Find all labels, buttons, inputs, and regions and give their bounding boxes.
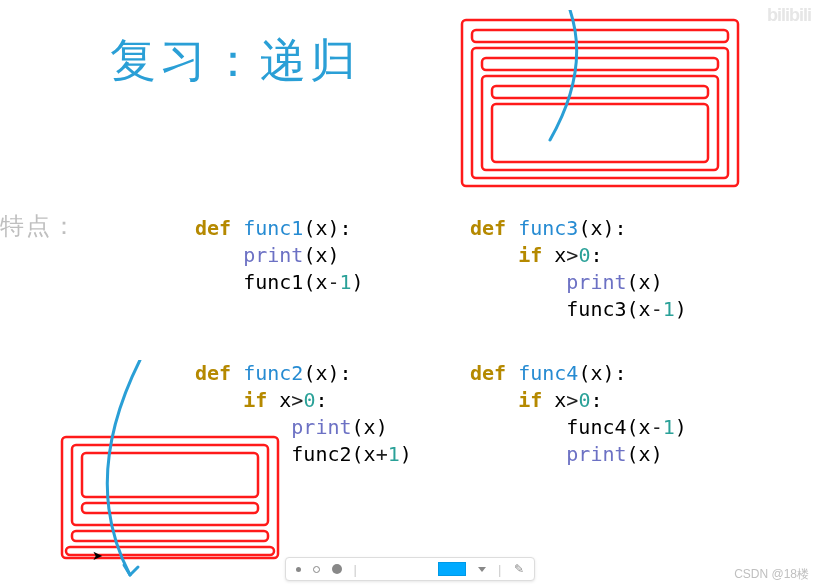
watermark-bilibili: bilibili bbox=[767, 5, 811, 26]
num: 1 bbox=[340, 270, 352, 294]
keyword-def: def bbox=[195, 216, 231, 240]
code-func3: def func3(x): if x>0: print(x) func3(x-1… bbox=[470, 215, 687, 323]
keyword-if: if bbox=[243, 388, 267, 412]
arg-open: (x bbox=[627, 415, 651, 439]
call-recur: func1 bbox=[243, 270, 303, 294]
colon: : bbox=[590, 243, 602, 267]
code-func4: def func4(x): if x>0: func4(x-1) print(x… bbox=[470, 360, 687, 468]
arg: (x) bbox=[303, 243, 339, 267]
params: (x): bbox=[578, 361, 626, 385]
arg: (x) bbox=[352, 415, 388, 439]
op: - bbox=[651, 415, 663, 439]
arg-close: ) bbox=[675, 415, 687, 439]
call-print: print bbox=[243, 243, 303, 267]
keyword-if: if bbox=[518, 243, 542, 267]
cond-right: 0 bbox=[578, 388, 590, 412]
pen-size-small[interactable] bbox=[296, 567, 301, 572]
cond-op: > bbox=[566, 388, 578, 412]
code-func1: def func1(x): print(x) func1(x-1) bbox=[195, 215, 364, 296]
svg-rect-5 bbox=[492, 86, 708, 98]
slide-title: 复习：递归 bbox=[110, 30, 360, 92]
dropdown-icon[interactable] bbox=[478, 567, 486, 572]
call-print: print bbox=[566, 442, 626, 466]
cond-left: x bbox=[267, 388, 291, 412]
svg-rect-11 bbox=[72, 531, 268, 541]
colon: : bbox=[590, 388, 602, 412]
arg-close: ) bbox=[675, 297, 687, 321]
cond-left: x bbox=[542, 388, 566, 412]
separator: | bbox=[498, 562, 501, 577]
cond-op: > bbox=[291, 388, 303, 412]
arg-open: (x bbox=[303, 270, 327, 294]
keyword-def: def bbox=[195, 361, 231, 385]
curve-annotation-top bbox=[540, 10, 620, 150]
code-func2: def func2(x): if x>0: print(x) func2(x+1… bbox=[195, 360, 412, 468]
arg: (x) bbox=[627, 442, 663, 466]
cursor-icon: ➤ bbox=[92, 548, 103, 563]
separator: | bbox=[354, 562, 357, 577]
pencil-icon[interactable]: ✎ bbox=[514, 562, 524, 576]
color-swatch[interactable] bbox=[438, 562, 466, 576]
svg-rect-10 bbox=[82, 503, 258, 513]
arg-close: ) bbox=[352, 270, 364, 294]
watermark-csdn: CSDN @18楼 bbox=[734, 566, 809, 583]
keyword-def: def bbox=[470, 361, 506, 385]
op: - bbox=[651, 297, 663, 321]
features-label: 特点： bbox=[0, 210, 78, 242]
svg-rect-4 bbox=[482, 76, 718, 170]
call-recur: func2 bbox=[291, 442, 351, 466]
cond-right: 0 bbox=[303, 388, 315, 412]
func-name: func4 bbox=[518, 361, 578, 385]
cond-right: 0 bbox=[578, 243, 590, 267]
num: 1 bbox=[388, 442, 400, 466]
keyword-def: def bbox=[470, 216, 506, 240]
func-name: func2 bbox=[243, 361, 303, 385]
recursion-diagram-top bbox=[460, 18, 740, 188]
colon: : bbox=[315, 388, 327, 412]
op: + bbox=[376, 442, 388, 466]
func-name: func3 bbox=[518, 216, 578, 240]
op: - bbox=[327, 270, 339, 294]
arg-open: (x bbox=[352, 442, 376, 466]
pen-size-large[interactable] bbox=[332, 564, 342, 574]
params: (x): bbox=[578, 216, 626, 240]
svg-rect-1 bbox=[472, 30, 728, 42]
svg-rect-0 bbox=[462, 20, 738, 186]
arg-open: (x bbox=[627, 297, 651, 321]
call-print: print bbox=[566, 270, 626, 294]
call-recur: func3 bbox=[566, 297, 626, 321]
cond-left: x bbox=[542, 243, 566, 267]
cond-op: > bbox=[566, 243, 578, 267]
annotation-toolbar[interactable]: | | ✎ bbox=[285, 557, 535, 581]
params: (x): bbox=[303, 216, 351, 240]
svg-rect-2 bbox=[472, 48, 728, 178]
num: 1 bbox=[663, 297, 675, 321]
params: (x): bbox=[303, 361, 351, 385]
keyword-if: if bbox=[518, 388, 542, 412]
num: 1 bbox=[663, 415, 675, 439]
svg-rect-3 bbox=[482, 58, 718, 70]
call-print: print bbox=[291, 415, 351, 439]
func-name: func1 bbox=[243, 216, 303, 240]
svg-rect-6 bbox=[492, 104, 708, 162]
arg: (x) bbox=[627, 270, 663, 294]
arg-close: ) bbox=[400, 442, 412, 466]
call-recur: func4 bbox=[566, 415, 626, 439]
pen-size-medium[interactable] bbox=[313, 566, 320, 573]
